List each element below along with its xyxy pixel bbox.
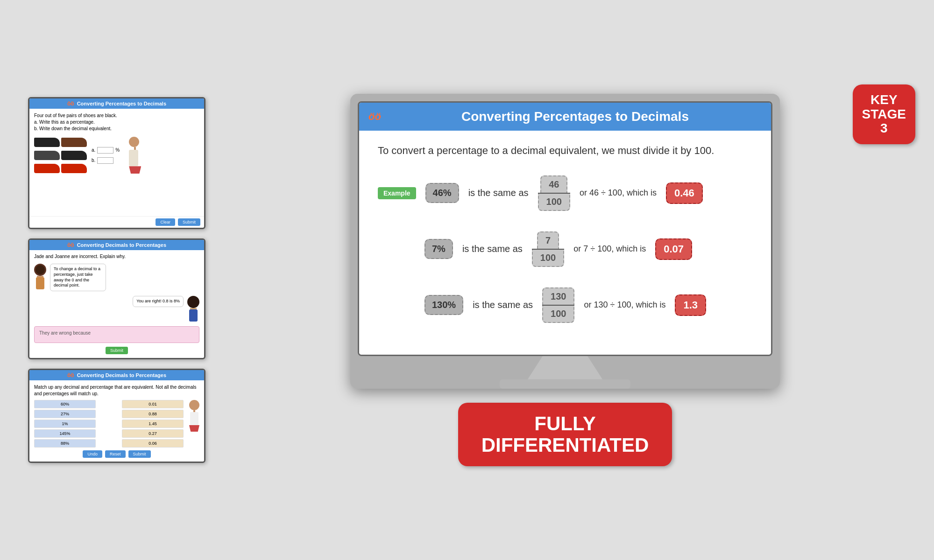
mini-buttons-1: Clear Submit [29, 216, 204, 228]
speech-area-2: To change a decimal to a percentage, jus… [34, 264, 199, 291]
frac-den-3: 100 [542, 306, 574, 323]
dec-3[interactable]: 1.45 [122, 420, 184, 428]
submit-button-1[interactable]: Submit [178, 218, 200, 226]
percent-input[interactable] [97, 147, 113, 154]
mini-logo-3: öö [67, 372, 74, 378]
mini-title-3: Converting Decimals to Percentages [77, 372, 166, 378]
char-skirt-1 [129, 166, 141, 174]
dec-5[interactable]: 0.06 [122, 439, 184, 448]
monitor-section: KEY STAGE 3 öö Converting Percentages to… [224, 94, 906, 466]
percent-symbol: % [115, 147, 120, 153]
mini-text-2: a. Write this as a percentage. [34, 119, 199, 126]
mini-buttons-2: Submit [34, 347, 199, 354]
char-head-1 [129, 137, 139, 147]
percent-46: 46% [425, 183, 459, 203]
frac-num-1: 46 [540, 175, 567, 193]
undo-button-3[interactable]: Undo [83, 450, 102, 458]
label-b: b. [92, 158, 95, 163]
pct-4[interactable]: 145% [34, 429, 96, 438]
ks-line2: STAGE [862, 107, 906, 122]
frac-num-3: 130 [542, 287, 574, 305]
character-1 [129, 137, 141, 174]
joanne-head [187, 296, 199, 308]
character-3 [189, 400, 199, 448]
pct-3[interactable]: 1% [34, 420, 96, 428]
fraction-46: 46 100 [538, 175, 570, 211]
character-jade [34, 264, 46, 289]
frac-den-2: 100 [532, 250, 564, 267]
monitor-screen: öö Converting Percentages to Decimals To… [358, 101, 772, 356]
field-row-b: b. [92, 157, 120, 164]
page-wrapper: öö Converting Percentages to Decimals Fo… [0, 0, 934, 560]
shoe-6 [61, 164, 87, 173]
fd-line2: DIFFERENTIATED [481, 434, 649, 456]
or-text-2: or 7 ÷ 100, which is [573, 244, 646, 254]
char3-body [190, 412, 198, 426]
char3-head [189, 400, 199, 410]
mini-text-3: b. Write down the decimal equivalent. [34, 126, 199, 132]
speech-area-joanne: You are right! 0.8 is 8% [34, 296, 199, 322]
shoe-2 [61, 138, 87, 147]
example-badge: Example [378, 187, 416, 199]
shoe-3 [34, 151, 60, 160]
mini-header-1: öö Converting Percentages to Decimals [29, 98, 204, 109]
example-row-1: Example 46% is the same as 46 100 or 46 … [378, 171, 752, 216]
monitor-stand [528, 356, 602, 379]
pct-2[interactable]: 27% [34, 410, 96, 418]
dec-2[interactable]: 0.88 [122, 410, 184, 418]
spacer-col [99, 400, 118, 448]
ks-line1: KEY [862, 93, 906, 107]
dec-4[interactable]: 0.27 [122, 429, 184, 438]
answer-box-2[interactable]: They are wrong because [34, 326, 199, 343]
left-panel: öö Converting Percentages to Decimals Fo… [28, 97, 205, 463]
intro-text: To convert a percentage to a decimal equ… [378, 145, 752, 157]
monitor-logo: öö [368, 111, 381, 123]
speech-bubble-jade: To change a decimal to a percentage, jus… [50, 264, 106, 291]
character-joanne [187, 296, 199, 322]
monitor: öö Converting Percentages to Decimals To… [350, 94, 780, 389]
pct-5[interactable]: 88% [34, 439, 96, 448]
mini-logo-2: öö [67, 242, 74, 248]
mini-body-2: Jade and Joanne are incorrect. Explain w… [29, 250, 204, 358]
mini-header-3: öö Converting Decimals to Percentages [29, 370, 204, 380]
field-row-a: a. % [92, 147, 120, 154]
mini-instruction-2: Jade and Joanne are incorrect. Explain w… [34, 254, 199, 259]
ks-line3: 3 [862, 121, 906, 136]
key-stage-badge: KEY STAGE 3 [853, 84, 915, 144]
or-text-1: or 46 ÷ 100, which is [580, 188, 657, 198]
mini-logo-1: öö [67, 100, 74, 107]
answer-46: 0.46 [666, 182, 703, 204]
char3-skirt [189, 425, 199, 432]
decimal-input[interactable] [97, 157, 113, 164]
reset-button-3[interactable]: Reset [105, 450, 126, 458]
mini-text-1: Four out of five pairs of shoes are blac… [34, 112, 199, 119]
monitor-base [500, 379, 630, 389]
monitor-header: öö Converting Percentages to Decimals [359, 103, 771, 131]
shoe-5 [34, 164, 60, 173]
submit-button-2[interactable]: Submit [106, 347, 128, 354]
monitor-content: To convert a percentage to a decimal equ… [359, 131, 771, 355]
percentages-col: 60% 27% 1% 145% 88% [34, 400, 96, 448]
answer-7: 0.07 [655, 238, 692, 260]
mini-screen-2: öö Converting Decimals to Percentages Ja… [28, 238, 205, 359]
jade-head [34, 264, 46, 276]
answer-130: 1.3 [675, 294, 706, 316]
char-body-1 [129, 150, 138, 166]
match-area: 60% 27% 1% 145% 88% 0.01 0.88 1.45 0.27 [34, 400, 199, 448]
mini-title-1: Converting Percentages to Decimals [77, 101, 166, 106]
percent-7: 7% [425, 239, 453, 259]
shoe-1 [34, 138, 60, 147]
or-text-3: or 130 ÷ 100, which is [584, 300, 665, 310]
dec-1[interactable]: 0.01 [122, 400, 184, 408]
clear-button-1[interactable]: Clear [156, 218, 175, 226]
mini-instruction-3: Match up any decimal and percentage that… [34, 384, 199, 397]
percent-130: 130% [425, 295, 463, 315]
submit-button-3[interactable]: Submit [128, 450, 151, 458]
shoe-4 [61, 151, 87, 160]
fd-line1: FULLY [481, 413, 649, 434]
pct-1[interactable]: 60% [34, 400, 96, 408]
mini-body-3: Match up any decimal and percentage that… [29, 380, 204, 462]
decimals-col: 0.01 0.88 1.45 0.27 0.06 [122, 400, 184, 448]
shoes-column [34, 138, 87, 173]
mini-screen-1: öö Converting Percentages to Decimals Fo… [28, 97, 205, 229]
